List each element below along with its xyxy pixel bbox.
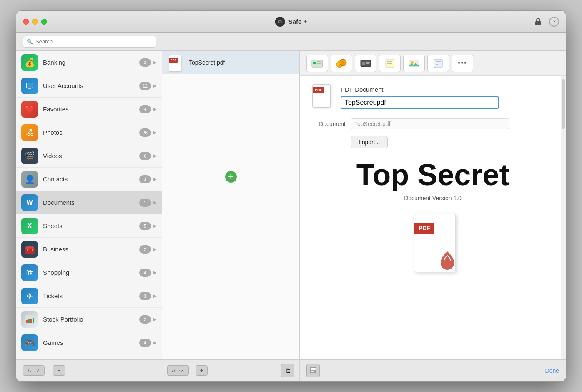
toolbar-btn-banking[interactable] — [306, 55, 328, 72]
add-item-button[interactable]: + — [225, 171, 237, 183]
sidebar-item-documents[interactable]: W Documents 1 ▶ — [16, 191, 162, 214]
sidebar-item-contacts[interactable]: 👤 Contacts 3 ▶ — [16, 168, 162, 191]
documents-icon: W — [21, 194, 38, 211]
svg-rect-35 — [311, 368, 316, 369]
sidebar-item-shopping[interactable]: 🛍 Shopping 4 ▶ — [16, 261, 162, 284]
favorites-count: 4 — [139, 105, 151, 113]
svg-text:$: $ — [342, 61, 344, 65]
sidebar-label-games: Games — [43, 339, 139, 346]
toolbar-btn-photo[interactable] — [403, 55, 425, 72]
sheets-icon: X — [21, 218, 38, 234]
stock-portfolio-chevron: ▶ — [153, 317, 157, 322]
doc-name-input[interactable] — [341, 96, 499, 109]
photos-chevron: ▶ — [153, 130, 157, 135]
toolbar-btn-document[interactable] — [427, 55, 449, 72]
svg-rect-5 — [27, 83, 33, 88]
sidebar-item-sheets[interactable]: X Sheets 5 ▶ — [16, 214, 162, 238]
main-window: Safe + ? 🔍 💰 Banking 3 — [16, 10, 566, 382]
titlebar: Safe + ? — [16, 11, 566, 33]
middle-panel: PDF TopSecret.pdf + A→Z + ⧉ — [162, 51, 300, 381]
search-input[interactable] — [35, 38, 153, 45]
photos-icon: 🏖 — [21, 124, 38, 141]
sidebar: 💰 Banking 3 ▶ User Accounts 12 — [16, 51, 162, 381]
close-button[interactable] — [23, 19, 29, 25]
svg-point-21 — [362, 62, 365, 65]
shopping-icon: 🛍 — [21, 264, 38, 281]
sidebar-label-shopping: Shopping — [43, 269, 139, 276]
document-field-input[interactable] — [351, 118, 509, 129]
sheets-chevron: ▶ — [153, 224, 157, 228]
middle-sort-button[interactable]: A→Z — [167, 365, 189, 376]
sidebar-item-business[interactable]: 🧰 Business 2 ▶ — [16, 238, 162, 261]
app-icon — [275, 17, 285, 27]
user-accounts-icon — [21, 78, 38, 94]
lock-button[interactable] — [532, 16, 544, 28]
sidebar-sort-button[interactable]: A→Z — [23, 365, 45, 376]
tickets-count: 3 — [139, 292, 151, 300]
detail-footer-icon-button[interactable] — [306, 364, 320, 377]
documents-chevron: ▶ — [153, 200, 157, 205]
middle-item-topsecret[interactable]: PDF TopSecret.pdf — [162, 51, 299, 74]
scroll-track[interactable] — [561, 76, 566, 359]
contacts-count: 3 — [139, 175, 151, 183]
toolbar-btn-identity[interactable] — [355, 55, 376, 72]
done-button[interactable]: Done — [545, 367, 559, 374]
contacts-icon: 👤 — [21, 171, 38, 188]
preview-title: Top Secret — [312, 158, 553, 191]
sidebar-label-sheets: Sheets — [43, 222, 139, 229]
svg-rect-23 — [366, 63, 369, 64]
svg-rect-37 — [311, 371, 314, 372]
maximize-button[interactable] — [41, 19, 47, 25]
tickets-icon: ✈ — [21, 288, 38, 304]
sidebar-item-favorites[interactable]: ❤️ Favorites 4 ▶ — [16, 98, 162, 121]
videos-count: 6 — [139, 152, 151, 160]
business-count: 2 — [139, 245, 151, 254]
sidebar-item-videos[interactable]: 🎬 Videos 6 ▶ — [16, 144, 162, 168]
business-icon: 🧰 — [21, 241, 38, 258]
import-button[interactable]: Import... — [351, 136, 388, 148]
sidebar-add-button[interactable]: + — [53, 365, 65, 376]
sidebar-item-banking[interactable]: 💰 Banking 3 ▶ — [16, 51, 162, 74]
sidebar-item-tickets[interactable]: ✈ Tickets 3 ▶ — [16, 284, 162, 308]
svg-rect-8 — [26, 320, 28, 323]
sidebar-label-videos: Videos — [43, 152, 139, 159]
sidebar-list: 💰 Banking 3 ▶ User Accounts 12 — [16, 51, 162, 359]
pdf-doc-icon: PDF — [312, 84, 334, 110]
middle-list: PDF TopSecret.pdf — [162, 51, 299, 359]
sidebar-item-photos[interactable]: 🏖 Photos 26 ▶ — [16, 121, 162, 144]
tickets-chevron: ▶ — [153, 294, 157, 298]
svg-rect-36 — [311, 369, 316, 370]
titlebar-actions: ? — [532, 16, 559, 28]
contacts-chevron: ▶ — [153, 177, 157, 181]
games-count: 4 — [139, 339, 151, 347]
topsecret-file-icon: PDF — [169, 55, 184, 70]
detail-header-info: PDF Document — [341, 86, 499, 109]
svg-point-2 — [279, 21, 281, 23]
toolbar-btn-note[interactable] — [379, 55, 401, 72]
detail-panel: $ $ — [300, 51, 566, 381]
titlebar-center: Safe + — [275, 17, 307, 27]
stock-portfolio-icon — [21, 311, 38, 328]
middle-add-button[interactable]: + — [196, 365, 208, 376]
sidebar-item-games[interactable]: 🎮 Games 4 ▶ — [16, 331, 162, 354]
svg-rect-30 — [434, 59, 442, 68]
search-wrap[interactable]: 🔍 — [23, 36, 156, 48]
sidebar-label-business: Business — [43, 246, 139, 253]
sidebar-label-photos: Photos — [43, 129, 139, 136]
svg-text:$: $ — [339, 63, 341, 67]
sidebar-item-user-accounts[interactable]: User Accounts 12 ▶ — [16, 74, 162, 98]
banking-icon: 💰 — [21, 54, 38, 71]
favorites-chevron: ▶ — [153, 107, 157, 111]
banking-chevron: ▶ — [153, 60, 157, 65]
sidebar-label-documents: Documents — [43, 199, 139, 206]
doc-type-label: PDF Document — [341, 86, 499, 93]
toolbar-btn-more[interactable]: ••• — [452, 55, 473, 72]
sidebar-item-stock-portfolio[interactable]: Stock Portfolio 2 ▶ — [16, 308, 162, 331]
minimize-button[interactable] — [32, 19, 38, 25]
search-bar: 🔍 — [16, 33, 566, 51]
help-button[interactable]: ? — [549, 17, 559, 27]
banking-count: 3 — [139, 58, 151, 67]
user-accounts-count: 12 — [139, 82, 151, 90]
middle-copy-button[interactable]: ⧉ — [281, 364, 294, 377]
toolbar-btn-coins[interactable]: $ $ — [331, 55, 352, 72]
